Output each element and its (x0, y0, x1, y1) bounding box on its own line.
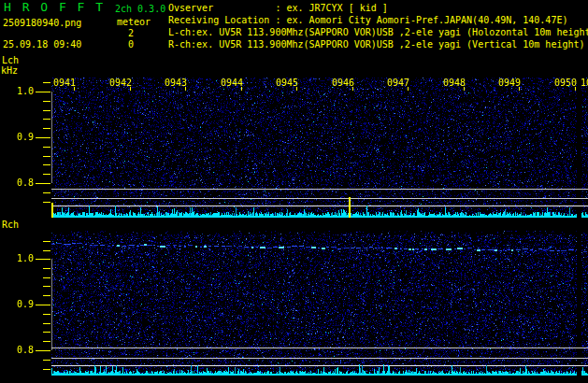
time-label: 0947 (387, 78, 409, 88)
y-tick-minor-mark (43, 156, 50, 157)
time-label: 0950 (554, 78, 577, 88)
y-tick-major-mark (36, 259, 50, 260)
lch-receiver-config-line: L-ch:ex. UV5R 113.900Mhz(SAPPORO VOR)USB… (168, 27, 588, 37)
y-tick-minor-mark (43, 332, 50, 333)
y-tick-label: 0.8 (11, 346, 34, 355)
y-tick-minor-mark (43, 323, 50, 324)
y-tick-minor-mark (43, 119, 50, 120)
y-tick-label: 1.0 (11, 87, 34, 96)
y-tick-minor-mark (43, 147, 50, 148)
y-tick-minor-mark (43, 101, 50, 102)
y-tick-minor-mark (43, 250, 50, 251)
y-tick-minor-mark (43, 369, 50, 370)
time-tick-mark (241, 87, 242, 91)
time-label: 0945 (276, 78, 298, 88)
time-tick-mark (185, 87, 186, 91)
time-label-partial: 10 (581, 78, 588, 88)
y-tick-minor-mark (43, 360, 50, 361)
y-tick-minor-mark (43, 286, 50, 287)
receiving-location-line: Receiving Location : ex. Aomori City Aom… (168, 15, 567, 25)
khz-unit-label: kHz (1, 65, 18, 76)
y-tick-label: 0.8 (11, 178, 34, 188)
time-tick-mark (352, 87, 353, 91)
y-tick-minor-mark (43, 241, 50, 242)
y-tick-minor-mark (43, 202, 50, 203)
y-tick-major-mark (36, 305, 50, 305)
y-tick-label: 1.0 (11, 254, 34, 263)
y-tick-major-mark (36, 137, 50, 138)
app-title: H R O F F T (4, 2, 105, 12)
time-tick-mark (519, 87, 520, 91)
lch-spectrogram-canvas (51, 78, 588, 218)
time-tick-mark (296, 87, 297, 91)
rch-panel-title: Rch (2, 220, 19, 230)
y-tick-minor-mark (43, 128, 50, 129)
y-tick-minor-mark (43, 174, 50, 175)
time-label: 0948 (443, 78, 466, 88)
lch-panel-title: Lch (2, 55, 19, 65)
time-tick-mark (408, 87, 409, 91)
time-tick-mark (74, 87, 75, 91)
meteor-count-2: 0 (128, 39, 134, 50)
hrofft-screen: H R O F F T 2ch 0.3.0 2509180940.png met… (0, 0, 588, 383)
y-tick-minor-mark (43, 192, 50, 193)
time-label: 0942 (109, 78, 132, 88)
y-tick-minor-mark (43, 341, 50, 342)
y-tick-minor-mark (43, 295, 50, 296)
rch-spectrogram-canvas (51, 231, 588, 376)
y-tick-major-mark (36, 183, 50, 184)
y-tick-minor-mark (43, 268, 50, 269)
time-label: 0949 (498, 78, 521, 88)
y-tick-minor-mark (43, 277, 50, 278)
y-tick-minor-mark (43, 82, 50, 83)
time-tick-mark (575, 87, 576, 91)
time-tick-mark (464, 87, 465, 91)
y-tick-label: 0.9 (11, 133, 34, 142)
observer-line: Ovserver : ex. JR7CYX [ kid ] (168, 3, 388, 13)
y-tick-major-mark (36, 92, 50, 92)
rch-receiver-config-line: R-ch:ex. UV5R 113.900Mhz(SAPPORO VOR)USB… (168, 39, 585, 50)
y-tick-major-mark (36, 350, 50, 351)
y-tick-minor-mark (43, 164, 50, 165)
time-tick-mark (130, 87, 131, 91)
y-tick-minor-mark (43, 110, 50, 111)
time-label: 0941 (53, 78, 76, 88)
datetime-label: 25.09.18 09:40 (3, 39, 81, 50)
app-version: 2ch 0.3.0 (115, 4, 165, 14)
y-tick-label: 0.9 (11, 300, 34, 309)
meteor-count-1: 2 (128, 28, 134, 38)
time-label: 0946 (332, 78, 354, 88)
time-label: 0944 (221, 78, 243, 88)
y-tick-minor-mark (43, 314, 50, 315)
mode-label: meteor (117, 17, 151, 27)
time-label: 0943 (165, 78, 187, 88)
output-filename: 2509180940.png (3, 18, 81, 28)
